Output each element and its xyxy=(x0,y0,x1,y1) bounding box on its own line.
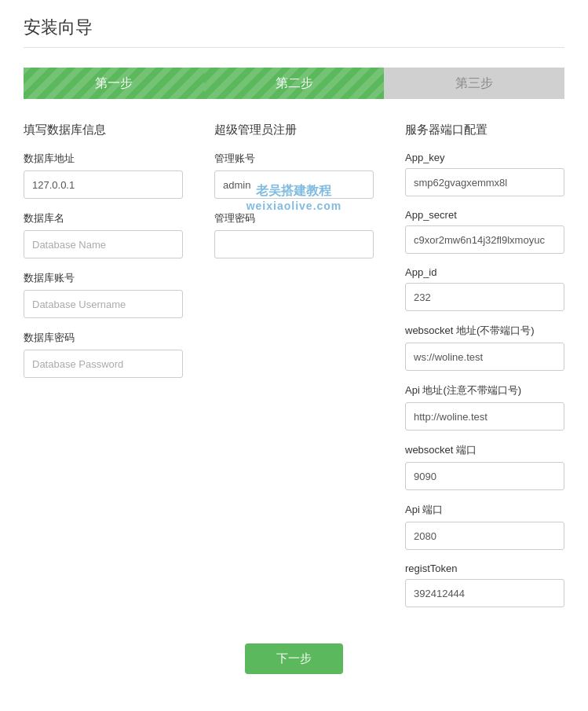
websocket-url-group: websocket 地址(不带端口号) xyxy=(405,324,564,371)
api-url-group: Api 地址(注意不带端口号) xyxy=(405,383,564,431)
db-address-label: 数据库地址 xyxy=(24,152,183,166)
db-name-label: 数据库名 xyxy=(24,211,183,225)
step-1-label: 第一步 xyxy=(95,75,133,92)
step-2-label: 第二步 xyxy=(276,75,313,92)
websocket-port-label: websocket 端口 xyxy=(405,443,564,457)
admin-password-group: 管理密码 xyxy=(214,211,374,258)
step-1[interactable]: 第一步 xyxy=(24,68,204,99)
admin-account-input[interactable] xyxy=(214,170,374,199)
col3-title: 服务器端口配置 xyxy=(405,123,564,137)
db-username-input[interactable] xyxy=(24,290,183,318)
app-id-group: App_id xyxy=(405,266,564,311)
api-port-group: Api 端口 xyxy=(405,503,564,550)
websocket-port-input[interactable] xyxy=(405,462,564,490)
col-database: 填写数据库信息 数据库地址 数据库名 数据库账号 数据库密码 xyxy=(24,123,183,390)
db-name-input[interactable] xyxy=(24,230,183,258)
regist-token-group: registToken xyxy=(405,563,564,607)
websocket-url-label: websocket 地址(不带端口号) xyxy=(405,324,564,338)
admin-password-label: 管理密码 xyxy=(214,211,374,225)
button-area: 下一步 xyxy=(24,643,564,690)
step-2[interactable]: 第二步 xyxy=(204,68,385,99)
db-name-group: 数据库名 xyxy=(24,211,183,258)
db-username-label: 数据库账号 xyxy=(24,271,183,285)
col-server: 服务器端口配置 App_key App_secret App_id websoc… xyxy=(405,123,564,620)
db-address-input[interactable] xyxy=(24,170,183,199)
db-username-group: 数据库账号 xyxy=(24,271,183,318)
api-url-input[interactable] xyxy=(405,402,564,431)
api-port-input[interactable] xyxy=(405,522,564,550)
regist-token-input[interactable] xyxy=(405,579,564,607)
col1-title: 填写数据库信息 xyxy=(24,123,183,137)
regist-token-label: registToken xyxy=(405,563,564,574)
step-3-label: 第三步 xyxy=(455,75,493,92)
app-id-input[interactable] xyxy=(405,283,564,311)
app-key-label: App_key xyxy=(405,152,564,163)
app-secret-group: App_secret xyxy=(405,209,564,254)
watermark-line2: weixiaolive.com xyxy=(247,199,342,211)
websocket-port-group: websocket 端口 xyxy=(405,443,564,490)
db-password-group: 数据库密码 xyxy=(24,331,183,378)
app-key-group: App_key xyxy=(405,152,564,196)
app-key-input[interactable] xyxy=(405,168,564,196)
page-title: 安装向导 xyxy=(24,16,564,39)
db-address-group: 数据库地址 xyxy=(24,152,183,199)
form-layout: 填写数据库信息 数据库地址 数据库名 数据库账号 数据库密码 超级管理员注册 管… xyxy=(24,123,564,620)
step-3[interactable]: 第三步 xyxy=(384,68,564,99)
next-button[interactable]: 下一步 xyxy=(245,643,343,674)
header-divider xyxy=(24,47,564,48)
steps-bar: 第一步 第二步 第三步 xyxy=(24,68,564,99)
db-password-input[interactable] xyxy=(24,350,183,378)
admin-account-label: 管理账号 xyxy=(214,152,374,166)
admin-password-input[interactable] xyxy=(214,230,374,258)
app-secret-label: App_secret xyxy=(405,209,564,221)
db-password-label: 数据库密码 xyxy=(24,331,183,345)
app-secret-input[interactable] xyxy=(405,225,564,254)
col-admin: 超级管理员注册 管理账号 管理密码 老吴搭建教程 weixiaolive.com xyxy=(214,123,374,271)
app-id-label: App_id xyxy=(405,266,564,278)
websocket-url-input[interactable] xyxy=(405,343,564,371)
admin-account-group: 管理账号 xyxy=(214,152,374,199)
col2-title: 超级管理员注册 xyxy=(214,123,374,137)
api-port-label: Api 端口 xyxy=(405,503,564,517)
api-url-label: Api 地址(注意不带端口号) xyxy=(405,383,564,398)
